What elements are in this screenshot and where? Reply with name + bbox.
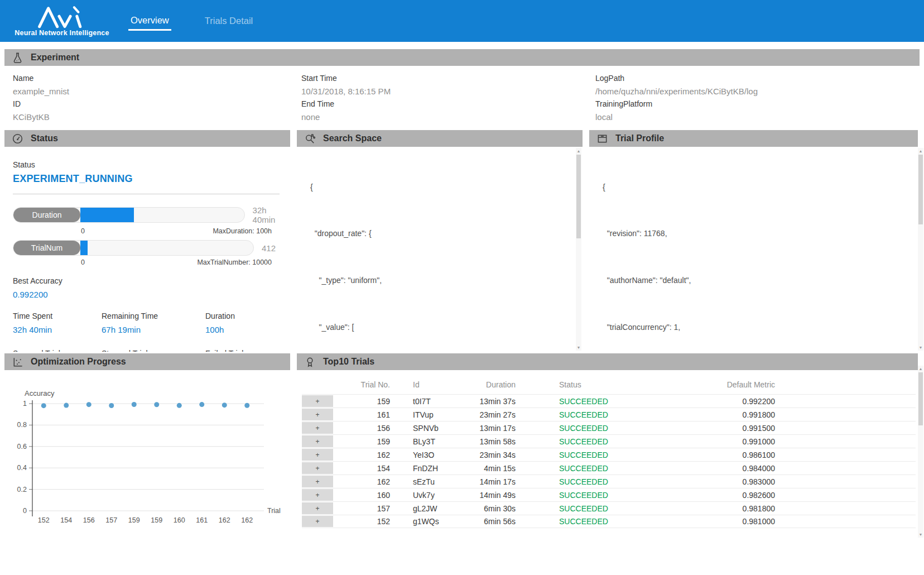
cell-status: SUCCEEDED — [520, 410, 648, 419]
status-stats-grid: Time Spent 32h 40min Remaining Time 67h … — [13, 308, 290, 352]
scroll-down-icon[interactable]: ▼ — [918, 344, 923, 351]
cell-trial-no: 159 — [333, 397, 394, 406]
col-id: Id — [394, 380, 478, 389]
expand-row-button[interactable]: + — [302, 435, 333, 447]
tab-trials-detail[interactable]: Trials Detail — [203, 12, 256, 30]
cell-duration: 6min 56s — [478, 517, 520, 526]
table-row: + 162 YeI3O 23min 34s SUCCEEDED 0.986100 — [302, 448, 916, 461]
svg-text:157: 157 — [105, 516, 117, 524]
cell-status: SUCCEEDED — [520, 491, 648, 500]
expand-row-button[interactable]: + — [302, 502, 333, 514]
stat-label: Remaining Time — [102, 312, 205, 320]
best-accuracy-label: Best Accuracy — [13, 276, 290, 285]
experiment-col-1: Name example_mnist ID KCiBytKB — [4, 66, 293, 129]
table-row: + 156 SPNVb 13min 17s SUCCEEDED 0.991500 — [302, 421, 916, 434]
svg-text:0.6: 0.6 — [17, 443, 27, 451]
scroll-up-icon[interactable]: ▲ — [918, 366, 923, 372]
cell-status: SUCCEEDED — [520, 437, 648, 446]
progress-bar-max: MaxDuration: 100h — [213, 227, 272, 235]
scroll-up-icon[interactable]: ▲ — [918, 148, 923, 154]
expand-row-button[interactable]: + — [302, 462, 333, 474]
cell-status: SUCCEEDED — [520, 451, 648, 459]
field-value: none — [301, 112, 587, 122]
table-row: + 154 FnDZH 4min 15s SUCCEEDED 0.984000 — [302, 461, 916, 475]
cell-trial-no: 157 — [333, 504, 394, 513]
scrollbar-thumb[interactable] — [918, 155, 923, 224]
search-space-section-header: Search Space — [297, 130, 583, 147]
expand-row-button[interactable]: + — [302, 449, 333, 461]
experiment-field: Name example_mnist — [13, 74, 293, 96]
svg-text:156: 156 — [83, 516, 95, 524]
cell-trial-no: 159 — [333, 437, 394, 446]
cell-default-metric: 0.983000 — [648, 477, 779, 486]
expand-row-button[interactable]: + — [302, 516, 333, 527]
table-row: + 159 t0I7T 13min 37s SUCCEEDED 0.992200 — [302, 394, 916, 408]
trial-profile-json: { "revision": 11768, "authorName": "defa… — [589, 147, 918, 352]
progress-bar-range: 0 MaxDuration: 100h — [81, 227, 272, 235]
progress-bar-label: TrialNum — [13, 241, 80, 255]
json-line: "_value": [ — [310, 322, 583, 333]
cell-duration: 4min 15s — [478, 464, 520, 473]
progress-bars: Duration 32h 40min 0 MaxDuration: 100h T… — [4, 205, 290, 266]
progress-bar-block: TrialNum 412 0 MaxTrialNumber: 10000 — [13, 240, 290, 266]
expand-row-button[interactable]: + — [302, 489, 333, 501]
top10-table: Trial No. Id Duration Status Default Met… — [302, 380, 916, 528]
search-space-title: Search Space — [323, 133, 382, 143]
stat-label: Failed Trial — [205, 349, 290, 352]
json-line: "revision": 11768, — [603, 228, 918, 239]
optimization-panel: Optimization Progress Accuracy00.20.40.6… — [4, 353, 290, 538]
experiment-section-header: Experiment — [4, 49, 920, 66]
cell-default-metric: 0.992200 — [648, 397, 779, 406]
field-label: End Time — [301, 99, 587, 108]
scrollbar-thumb[interactable] — [576, 155, 581, 238]
scrollbar-thumb[interactable] — [918, 372, 923, 425]
field-value: /home/quzha/nni/experiments/KCiBytKB/log — [595, 87, 920, 96]
progress-bar-range: 0 MaxTrialNumber: 10000 — [81, 258, 272, 266]
json-line: "dropout_rate": { — [310, 228, 583, 239]
svg-text:0.4: 0.4 — [17, 464, 27, 472]
scroll-up-icon[interactable]: ▲ — [576, 148, 581, 154]
status-value: EXPERIMENT_RUNNING — [13, 173, 290, 185]
top10-scrollbar[interactable]: ▲ ▼ — [918, 366, 923, 538]
expand-row-button[interactable]: + — [302, 476, 333, 487]
field-value: local — [595, 112, 920, 122]
field-label: Start Time — [301, 74, 587, 83]
expand-row-button[interactable]: + — [302, 422, 333, 434]
progress-bar-fill — [80, 208, 134, 222]
cell-duration: 13min 37s — [478, 397, 520, 406]
scroll-down-icon[interactable]: ▼ — [918, 531, 923, 538]
progress-bar-value: 32h 40min — [253, 205, 290, 224]
top-nav-bar: Neural Network Intelligence Overview Tri… — [0, 0, 924, 42]
experiment-field: LogPath /home/quzha/nni/experiments/KCiB… — [595, 74, 920, 96]
table-row: + 162 sEzTu 14min 17s SUCCEEDED 0.983000 — [302, 475, 916, 488]
cell-default-metric: 0.984000 — [648, 464, 779, 473]
progress-bar-row: Duration 32h 40min — [13, 205, 290, 224]
cell-trial-no: 162 — [333, 451, 394, 459]
brand-text: Neural Network Intelligence — [15, 29, 109, 37]
experiment-info: Name example_mnist ID KCiBytKB Start Tim… — [4, 66, 920, 129]
expand-row-button[interactable]: + — [302, 409, 333, 420]
optimization-body: Accuracy00.20.40.60.81152154156157159159… — [4, 370, 290, 538]
tab-overview[interactable]: Overview — [128, 12, 171, 31]
col-duration: Duration — [478, 380, 520, 389]
trial-profile-section-header: Trial Profile — [589, 130, 918, 147]
field-value: KCiBytKB — [13, 112, 293, 122]
cell-default-metric: 0.981000 — [648, 517, 779, 526]
cell-default-metric: 0.981800 — [648, 504, 779, 513]
cell-trial-no: 154 — [333, 464, 394, 473]
svg-text:0.2: 0.2 — [17, 486, 27, 493]
experiment-field: Start Time 10/31/2018, 8:16:15 PM — [301, 74, 587, 96]
expand-row-button[interactable]: + — [302, 395, 333, 407]
search-space-scrollbar[interactable]: ▲ ▼ — [576, 148, 581, 351]
top10-panel: Top10 Trials Trial No. Id Duration Statu… — [297, 353, 918, 538]
trial-profile-scrollbar[interactable]: ▲ ▼ — [918, 148, 923, 351]
cell-id: Uvk7y — [394, 491, 478, 500]
scroll-down-icon[interactable]: ▼ — [576, 344, 581, 351]
progress-bar: TrialNum — [13, 240, 254, 256]
table-row: + 161 ITVup 23min 27s SUCCEEDED 0.991800 — [302, 408, 916, 421]
cell-status: SUCCEEDED — [520, 504, 648, 513]
trial-profile-body: { "revision": 11768, "authorName": "defa… — [589, 147, 918, 352]
progress-bar-row: TrialNum 412 — [13, 240, 290, 256]
field-label: ID — [13, 99, 293, 108]
cell-duration: 13min 58s — [478, 437, 520, 446]
